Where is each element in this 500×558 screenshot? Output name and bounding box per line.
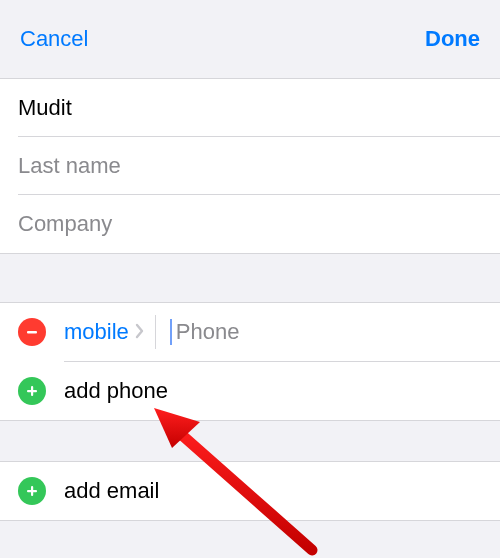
first-name-input[interactable] bbox=[18, 95, 482, 121]
email-section: add email bbox=[0, 461, 500, 521]
vertical-divider bbox=[155, 315, 156, 349]
phone-input[interactable] bbox=[176, 319, 482, 345]
svg-rect-4 bbox=[27, 490, 37, 492]
chevron-right-icon bbox=[135, 319, 145, 345]
add-icon[interactable] bbox=[18, 377, 46, 405]
phone-type-button[interactable]: mobile bbox=[64, 319, 129, 345]
phone-entry-row[interactable]: mobile bbox=[0, 303, 500, 361]
svg-rect-0 bbox=[27, 331, 37, 333]
add-email-label: add email bbox=[64, 478, 159, 504]
name-section bbox=[0, 78, 500, 254]
phone-section: mobile add phone bbox=[0, 302, 500, 421]
nav-bar: Cancel Done bbox=[0, 0, 500, 78]
last-name-input[interactable] bbox=[18, 153, 482, 179]
company-row[interactable] bbox=[0, 195, 500, 253]
add-phone-label: add phone bbox=[64, 378, 168, 404]
first-name-row[interactable] bbox=[0, 79, 500, 137]
cancel-button[interactable]: Cancel bbox=[20, 26, 88, 52]
text-cursor bbox=[170, 319, 172, 345]
add-email-row[interactable]: add email bbox=[0, 462, 500, 520]
done-button[interactable]: Done bbox=[425, 26, 480, 52]
section-gap bbox=[0, 421, 500, 461]
add-phone-row[interactable]: add phone bbox=[0, 362, 500, 420]
section-gap bbox=[0, 254, 500, 302]
company-input[interactable] bbox=[18, 211, 482, 237]
add-icon[interactable] bbox=[18, 477, 46, 505]
remove-icon[interactable] bbox=[18, 318, 46, 346]
last-name-row[interactable] bbox=[0, 137, 500, 195]
svg-rect-2 bbox=[27, 390, 37, 392]
